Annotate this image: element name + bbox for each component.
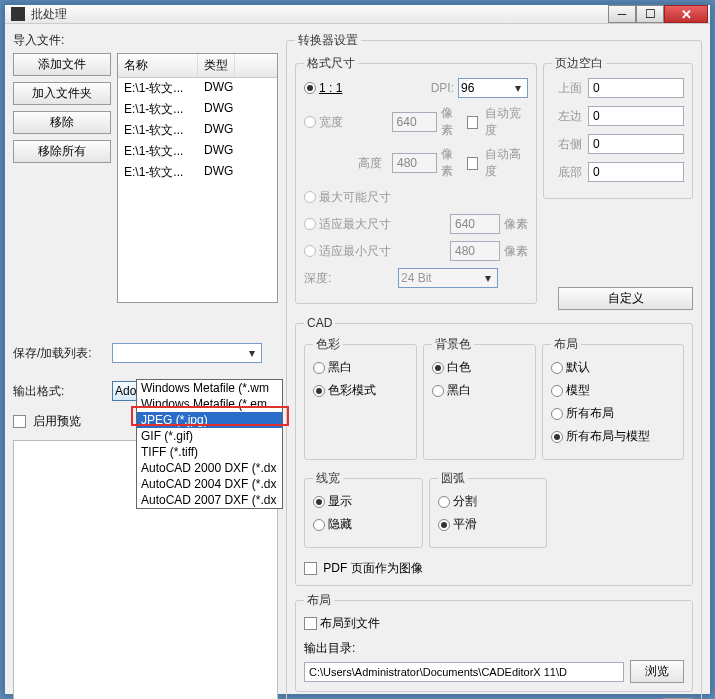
import-label: 导入文件: [13, 32, 278, 49]
color-bw-radio[interactable] [313, 362, 325, 374]
layout-to-file-checkbox[interactable] [304, 617, 317, 630]
dropdown-option[interactable]: TIFF (*.tiff) [137, 444, 282, 460]
minimize-button[interactable]: ─ [608, 5, 636, 23]
pdf-image-label: PDF 页面作为图像 [323, 561, 422, 575]
outdir-input[interactable]: C:\Users\Administrator\Documents\CADEdit… [304, 662, 624, 682]
lw-show-radio[interactable] [313, 496, 325, 508]
add-folder-button[interactable]: 加入文件夹 [13, 82, 111, 105]
chevron-down-icon: ▾ [245, 346, 259, 360]
window: 批处理 ─ ☐ ✕ 导入文件: 添加文件 加入文件夹 移除 移除所有 名称 类型 [4, 4, 711, 695]
dropdown-option[interactable]: AutoCAD 2004 DXF (*.dx [137, 476, 282, 492]
app-icon [11, 7, 25, 21]
file-list[interactable]: 名称 类型 E:\1-软文...DWGE:\1-软文...DWGE:\1-软文.… [117, 53, 278, 303]
output-format-label: 输出格式: [13, 383, 108, 400]
ratio-11-label: 1 : 1 [319, 81, 342, 95]
lw-hide-radio[interactable] [313, 519, 325, 531]
width-input[interactable]: 640 [392, 112, 438, 132]
dropdown-option[interactable]: Windows Metafile (*.wm [137, 380, 282, 396]
fit-max-radio[interactable] [304, 218, 316, 230]
fit-max-label: 适应最大尺寸 [319, 216, 391, 233]
arc-split-radio[interactable] [438, 496, 450, 508]
outdir-label: 输出目录: [304, 640, 684, 657]
titlebar[interactable]: 批处理 ─ ☐ ✕ [5, 5, 710, 24]
height-label: 高度 [358, 155, 382, 172]
left-panel: 导入文件: 添加文件 加入文件夹 移除 移除所有 名称 类型 E:\1-软文..… [13, 32, 278, 699]
layout-all-radio[interactable] [551, 408, 563, 420]
margin-left-input[interactable]: 0 [588, 106, 684, 126]
col-type[interactable]: 类型 [198, 54, 235, 77]
cad-group: CAD 色彩 黑白 色彩模式 背景色 白色 黑白 布局 默认 模型 [295, 316, 693, 586]
remove-button[interactable]: 移除 [13, 111, 111, 134]
output-format-dropdown[interactable]: Windows Metafile (*.wmWindows Metafile (… [136, 379, 283, 509]
format-size-legend: 格式尺寸 [304, 55, 358, 72]
table-row[interactable]: E:\1-软文...DWG [118, 141, 277, 162]
cad-legend: CAD [304, 316, 335, 330]
fit-min-input[interactable]: 480 [450, 241, 500, 261]
dropdown-option[interactable]: AutoCAD 2007 DXF (*.dx [137, 492, 282, 508]
auto-height-label: 自动高度 [485, 146, 528, 180]
margin-top-input[interactable]: 0 [588, 78, 684, 98]
right-panel: 转换器设置 格式尺寸 1 : 1 DPI: 96▾ 宽度 640 [286, 32, 702, 699]
table-row[interactable]: E:\1-软文...DWG [118, 162, 277, 183]
table-row[interactable]: E:\1-软文...DWG [118, 78, 277, 99]
enable-preview-label: 启用预览 [33, 413, 81, 430]
height-input[interactable]: 480 [392, 153, 437, 173]
margin-right-label: 右侧 [552, 136, 582, 153]
remove-all-button[interactable]: 移除所有 [13, 140, 111, 163]
margin-legend: 页边空白 [552, 55, 606, 72]
width-radio[interactable] [304, 116, 316, 128]
margin-group: 页边空白 上面0 左边0 右侧0 底部0 [543, 55, 693, 199]
auto-width-label: 自动宽度 [485, 105, 528, 139]
window-title: 批处理 [31, 6, 608, 23]
dpi-label: DPI: [431, 81, 454, 95]
bg-white-radio[interactable] [432, 362, 444, 374]
margin-right-input[interactable]: 0 [588, 134, 684, 154]
depth-select[interactable]: 24 Bit▾ [398, 268, 498, 288]
format-size-group: 格式尺寸 1 : 1 DPI: 96▾ 宽度 640 像素 自 [295, 55, 537, 304]
save-list-label: 保存/加载列表: [13, 345, 108, 362]
fit-min-radio[interactable] [304, 245, 316, 257]
depth-label: 深度: [304, 270, 394, 287]
table-row[interactable]: E:\1-软文...DWG [118, 99, 277, 120]
max-size-label: 最大可能尺寸 [319, 189, 391, 206]
fit-min-label: 适应最小尺寸 [319, 243, 391, 260]
table-row[interactable]: E:\1-软文...DWG [118, 120, 277, 141]
bg-black-radio[interactable] [432, 385, 444, 397]
auto-width-checkbox[interactable] [467, 116, 479, 129]
ratio-11-radio[interactable] [304, 82, 316, 94]
margin-bottom-label: 底部 [552, 164, 582, 181]
add-file-button[interactable]: 添加文件 [13, 53, 111, 76]
col-name[interactable]: 名称 [118, 54, 198, 77]
layout-allmodel-radio[interactable] [551, 431, 563, 443]
layout-model-radio[interactable] [551, 385, 563, 397]
maximize-button[interactable]: ☐ [636, 5, 664, 23]
width-label: 宽度 [319, 114, 343, 131]
layout-output-group: 布局 布局到文件 输出目录: C:\Users\Administrator\Do… [295, 592, 693, 692]
dropdown-option[interactable]: AutoCAD 2000 DXF (*.dx [137, 460, 282, 476]
close-button[interactable]: ✕ [664, 5, 708, 23]
margin-top-label: 上面 [552, 80, 582, 97]
converter-settings-legend: 转换器设置 [295, 32, 361, 49]
browse-button[interactable]: 浏览 [630, 660, 684, 683]
dropdown-option[interactable]: JPEG (*.jpg) [137, 412, 282, 428]
enable-preview-checkbox[interactable] [13, 415, 26, 428]
save-list-select[interactable]: ▾ [112, 343, 262, 363]
dropdown-option[interactable]: Windows Metafile (*.em [137, 396, 282, 412]
auto-height-checkbox[interactable] [467, 157, 479, 170]
arc-smooth-radio[interactable] [438, 519, 450, 531]
pdf-image-checkbox[interactable] [304, 562, 317, 575]
dpi-select[interactable]: 96▾ [458, 78, 528, 98]
dropdown-option[interactable]: GIF (*.gif) [137, 428, 282, 444]
margin-left-label: 左边 [552, 108, 582, 125]
max-size-radio[interactable] [304, 191, 316, 203]
converter-settings-group: 转换器设置 格式尺寸 1 : 1 DPI: 96▾ 宽度 640 [286, 32, 702, 699]
fit-max-input[interactable]: 640 [450, 214, 500, 234]
margin-bottom-input[interactable]: 0 [588, 162, 684, 182]
layout-default-radio[interactable] [551, 362, 563, 374]
color-mode-radio[interactable] [313, 385, 325, 397]
custom-button[interactable]: 自定义 [558, 287, 693, 310]
layout-output-legend: 布局 [304, 592, 334, 609]
